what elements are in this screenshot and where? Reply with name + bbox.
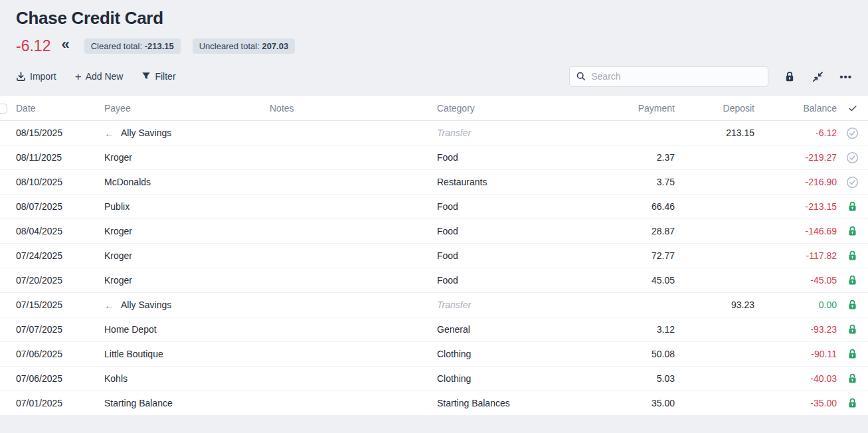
add-new-button[interactable]: + Add New	[75, 71, 124, 82]
transaction-category[interactable]: Restaurants	[437, 177, 598, 187]
transaction-row[interactable]: 07/06/2025 ← Little Boutique Clothing 50…	[0, 342, 868, 367]
transaction-balance: -213.15	[754, 201, 837, 212]
transaction-row[interactable]: 07/01/2025 ← Starting Balance Starting B…	[0, 391, 868, 416]
collapse-transactions-button[interactable]	[812, 71, 824, 82]
transaction-balance: -6.12	[754, 128, 837, 138]
column-header-payment[interactable]: Payment	[598, 103, 675, 114]
uncleared-total-value: 207.03	[262, 41, 288, 51]
select-all-checkbox[interactable]	[0, 104, 7, 114]
transaction-payment[interactable]: 72.77	[598, 250, 675, 261]
collapse-balances-chevrons-icon[interactable]: «	[61, 37, 69, 54]
transaction-status-cell[interactable]	[837, 349, 868, 359]
transaction-status-cell[interactable]	[837, 151, 868, 164]
transaction-row[interactable]: 07/24/2025 ← Kroger Food 72.77 -117.82	[0, 244, 868, 268]
account-menu-button[interactable]: •••	[839, 72, 852, 82]
transaction-payment[interactable]: 2.37	[598, 152, 675, 163]
transaction-balance: -90.11	[754, 349, 837, 359]
transaction-payment[interactable]: 3.12	[598, 324, 675, 335]
transaction-date[interactable]: 07/15/2025	[10, 300, 104, 310]
transaction-row[interactable]: 08/04/2025 ← Kroger Food 28.87 -146.69	[0, 219, 868, 244]
transaction-status-cell[interactable]	[837, 201, 868, 212]
transaction-date[interactable]: 07/07/2025	[10, 324, 104, 335]
transaction-date[interactable]: 08/15/2025	[10, 128, 104, 138]
transaction-payee-cell[interactable]: ← Kohls	[104, 373, 270, 384]
transaction-payment[interactable]: 5.03	[598, 373, 675, 384]
transaction-category[interactable]: Food	[437, 201, 598, 212]
transaction-row[interactable]: 07/20/2025 ← Kroger Food 45.05 -45.05	[0, 268, 868, 293]
transaction-payee-cell[interactable]: ← Home Depot	[104, 324, 270, 335]
column-header-date[interactable]: Date	[10, 103, 104, 114]
transaction-payment[interactable]: 50.08	[598, 349, 675, 359]
transaction-payee-cell[interactable]: ← McDonalds	[104, 177, 270, 187]
transaction-payee-cell[interactable]: ← Starting Balance	[104, 398, 270, 408]
transaction-payee-cell[interactable]: ← Ally Savings	[104, 300, 270, 310]
transaction-status-cell[interactable]	[837, 373, 868, 384]
transaction-payment[interactable]: 3.75	[598, 177, 675, 187]
transaction-row[interactable]: 07/07/2025 ← Home Depot General 3.12 -93…	[0, 317, 868, 342]
transaction-status-cell[interactable]	[837, 300, 868, 310]
transaction-payee-cell[interactable]: ← Publix	[104, 201, 270, 212]
transaction-payment[interactable]: 35.00	[598, 398, 675, 408]
transaction-status-cell[interactable]	[837, 127, 868, 139]
transaction-payee-cell[interactable]: ← Kroger	[104, 250, 270, 261]
transaction-row[interactable]: 08/11/2025 ← Kroger Food 2.37 -219.27	[0, 145, 868, 170]
transaction-category[interactable]: Transfer	[437, 128, 598, 138]
transaction-balance: -45.05	[754, 275, 837, 286]
lock-transactions-button[interactable]	[784, 71, 795, 82]
transaction-payee-cell[interactable]: ← Kroger	[104, 275, 270, 286]
column-header-balance[interactable]: Balance	[754, 103, 837, 114]
transaction-row[interactable]: 08/10/2025 ← McDonalds Restaurants 3.75 …	[0, 170, 868, 195]
transaction-date[interactable]: 07/01/2025	[10, 398, 104, 408]
transaction-date[interactable]: 07/24/2025	[10, 250, 104, 261]
transaction-status-cell[interactable]	[837, 398, 868, 408]
transaction-payee-cell[interactable]: ← Kroger	[104, 152, 270, 163]
transaction-date[interactable]: 08/04/2025	[10, 226, 104, 236]
transaction-payee: Little Boutique	[104, 349, 163, 359]
import-download-icon	[16, 72, 26, 82]
transaction-status-cell[interactable]	[837, 275, 868, 286]
transaction-date[interactable]: 08/07/2025	[10, 201, 104, 212]
transaction-category[interactable]: Clothing	[437, 349, 598, 359]
column-header-category[interactable]: Category	[437, 103, 598, 114]
transaction-payee-cell[interactable]: ← Kroger	[104, 226, 270, 236]
transaction-category[interactable]: General	[437, 324, 598, 335]
transaction-deposit[interactable]: 93.23	[675, 300, 754, 310]
filter-button[interactable]: Filter	[141, 71, 175, 82]
transaction-row[interactable]: 08/07/2025 ← Publix Food 66.46 -213.15	[0, 195, 868, 219]
transaction-deposit[interactable]: 213.15	[675, 128, 754, 138]
transaction-category[interactable]: Clothing	[437, 373, 598, 384]
search-box[interactable]	[569, 66, 768, 87]
import-button[interactable]: Import	[16, 71, 56, 82]
transaction-status-cell[interactable]	[837, 176, 868, 189]
search-input[interactable]	[591, 71, 761, 82]
transaction-payee-cell[interactable]: ← Little Boutique	[104, 349, 270, 359]
column-header-deposit[interactable]: Deposit	[675, 103, 754, 114]
transaction-category[interactable]: Food	[437, 152, 598, 163]
transaction-status-cell[interactable]	[837, 324, 868, 335]
transaction-date[interactable]: 07/06/2025	[10, 373, 104, 384]
transaction-date[interactable]: 07/20/2025	[10, 275, 104, 286]
transaction-payment[interactable]: 28.87	[598, 226, 675, 236]
plus-icon: +	[75, 71, 82, 82]
transaction-payment[interactable]: 45.05	[598, 275, 675, 286]
transaction-row[interactable]: 07/06/2025 ← Kohls Clothing 5.03 -40.03	[0, 367, 868, 391]
transaction-date[interactable]: 08/10/2025	[10, 177, 104, 187]
transaction-category[interactable]: Transfer	[437, 300, 598, 310]
transaction-date[interactable]: 07/06/2025	[10, 349, 104, 359]
transaction-row[interactable]: 07/15/2025 ← Ally Savings Transfer 93.23…	[0, 293, 868, 317]
transaction-payment[interactable]: 66.46	[598, 201, 675, 212]
column-header-notes[interactable]: Notes	[270, 103, 437, 114]
select-all-cell	[0, 104, 10, 114]
transaction-category[interactable]: Food	[437, 226, 598, 236]
transaction-category[interactable]: Food	[437, 250, 598, 261]
transaction-date[interactable]: 08/11/2025	[10, 152, 104, 163]
transaction-category[interactable]: Starting Balances	[437, 398, 598, 408]
column-header-payee[interactable]: Payee	[104, 103, 270, 114]
transaction-category[interactable]: Food	[437, 275, 598, 286]
transfer-arrow-icon: ←	[104, 128, 114, 138]
transaction-status-cell[interactable]	[837, 250, 868, 261]
transaction-payee-cell[interactable]: ← Ally Savings	[104, 128, 270, 138]
column-header-status[interactable]	[837, 104, 868, 113]
transaction-status-cell[interactable]	[837, 226, 868, 236]
transaction-row[interactable]: 08/15/2025 ← Ally Savings Transfer 213.1…	[0, 121, 868, 145]
